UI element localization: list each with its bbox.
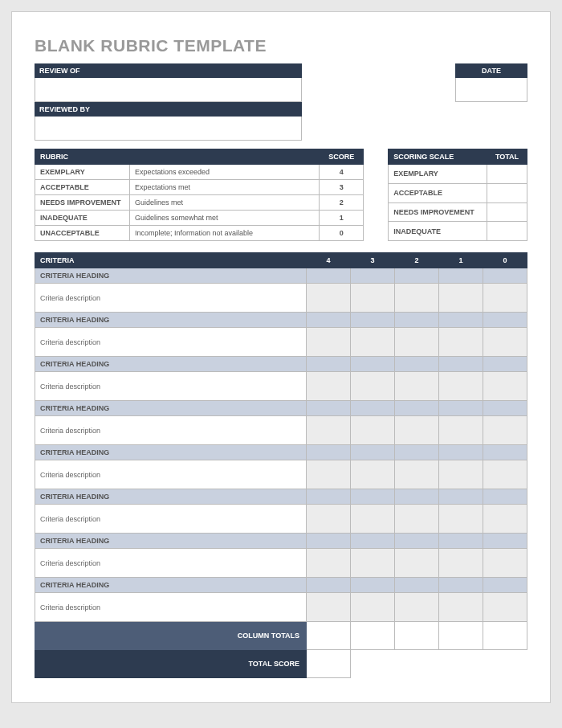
- criteria-score-cell[interactable]: [395, 372, 439, 401]
- criteria-score-cell[interactable]: [439, 328, 483, 357]
- criteria-score-cell[interactable]: [307, 416, 351, 445]
- criteria-heading-cell: [307, 401, 351, 416]
- rubric-desc: Expectations met: [130, 180, 320, 195]
- criteria-desc[interactable]: Criteria description: [35, 372, 307, 401]
- criteria-heading-cell: [395, 357, 439, 372]
- column-total-cell[interactable]: [439, 622, 483, 650]
- page: BLANK RUBRIC TEMPLATE REVIEW OF REVIEWED…: [11, 11, 551, 703]
- criteria-score-cell[interactable]: [395, 593, 439, 622]
- table-row: NEEDS IMPROVEMENT: [389, 202, 527, 222]
- criteria-heading-cell: [395, 401, 439, 416]
- criteria-heading-cell: [307, 534, 351, 549]
- criteria-heading-row: CRITERIA HEADING: [35, 268, 527, 284]
- criteria-desc[interactable]: Criteria description: [35, 460, 307, 489]
- criteria-heading-row: CRITERIA HEADING: [35, 534, 527, 549]
- criteria-score-cell[interactable]: [351, 505, 395, 534]
- criteria-score-cell[interactable]: [439, 549, 483, 578]
- criteria-score-cell[interactable]: [351, 372, 395, 401]
- criteria-score-cell[interactable]: [395, 328, 439, 357]
- criteria-score-cell[interactable]: [395, 416, 439, 445]
- criteria-heading-cell: [351, 489, 395, 505]
- criteria-heading-row: CRITERIA HEADING: [35, 401, 527, 416]
- reviewed-by-input[interactable]: [35, 117, 302, 141]
- criteria-desc[interactable]: Criteria description: [35, 328, 307, 357]
- criteria-score-cell[interactable]: [483, 549, 527, 578]
- criteria-score-cell[interactable]: [483, 284, 527, 313]
- scoring-table: SCORING SCALE TOTAL EXEMPLARY ACCEPTABLE…: [388, 149, 527, 241]
- table-row: EXEMPLARY: [389, 165, 527, 184]
- criteria-score-cell[interactable]: [439, 593, 483, 622]
- criteria-heading-row: CRITERIA HEADING: [35, 313, 527, 328]
- scoring-label: INADEQUATE: [389, 222, 487, 241]
- scoring-label: NEEDS IMPROVEMENT: [389, 202, 487, 222]
- criteria-score-cell[interactable]: [483, 460, 527, 489]
- criteria-score-cell[interactable]: [395, 460, 439, 489]
- criteria-score-header: 1: [439, 253, 483, 268]
- review-of-input[interactable]: [35, 78, 302, 102]
- criteria-score-cell[interactable]: [439, 505, 483, 534]
- criteria-score-cell[interactable]: [307, 460, 351, 489]
- criteria-score-cell[interactable]: [395, 284, 439, 313]
- criteria-score-cell[interactable]: [351, 416, 395, 445]
- criteria-score-cell[interactable]: [483, 416, 527, 445]
- criteria-score-cell[interactable]: [351, 593, 395, 622]
- column-total-cell[interactable]: [483, 622, 527, 650]
- criteria-score-cell[interactable]: [307, 284, 351, 313]
- criteria-heading-cell: [307, 578, 351, 593]
- criteria-score-cell[interactable]: [307, 328, 351, 357]
- scoring-total-cell[interactable]: [487, 183, 527, 202]
- criteria-heading-cell: [439, 445, 483, 460]
- criteria-score-cell[interactable]: [483, 328, 527, 357]
- review-of-label: REVIEW OF: [35, 63, 302, 78]
- reviewed-by-label: REVIEWED BY: [35, 102, 302, 117]
- criteria-score-cell[interactable]: [439, 284, 483, 313]
- rubric-label: INADEQUATE: [35, 211, 130, 226]
- criteria-score-cell[interactable]: [351, 549, 395, 578]
- rubric-desc: Expectations exceeded: [130, 165, 320, 180]
- blank-cell: [395, 650, 439, 678]
- criteria-heading-cell: [483, 489, 527, 505]
- criteria-score-header: 3: [351, 253, 395, 268]
- criteria-desc[interactable]: Criteria description: [35, 284, 307, 313]
- criteria-score-cell[interactable]: [307, 549, 351, 578]
- total-score-row: TOTAL SCORE: [35, 650, 527, 678]
- scoring-total-cell[interactable]: [487, 222, 527, 241]
- criteria-score-cell[interactable]: [351, 460, 395, 489]
- rubric-table: RUBRIC SCORE EXEMPLARY Expectations exce…: [35, 149, 364, 241]
- column-total-cell[interactable]: [307, 622, 351, 650]
- criteria-desc-row: Criteria description: [35, 505, 527, 534]
- criteria-desc[interactable]: Criteria description: [35, 549, 307, 578]
- criteria-score-cell[interactable]: [483, 505, 527, 534]
- criteria-score-cell[interactable]: [351, 284, 395, 313]
- total-score-cell[interactable]: [307, 650, 351, 678]
- criteria-desc[interactable]: Criteria description: [35, 593, 307, 622]
- criteria-heading: CRITERIA HEADING: [35, 268, 307, 284]
- criteria-heading: CRITERIA HEADING: [35, 313, 307, 328]
- criteria-header: CRITERIA: [35, 253, 307, 268]
- blank-cell: [483, 650, 527, 678]
- criteria-heading-cell: [351, 313, 395, 328]
- criteria-score-cell[interactable]: [307, 505, 351, 534]
- column-total-cell[interactable]: [351, 622, 395, 650]
- criteria-score-cell[interactable]: [307, 372, 351, 401]
- criteria-score-cell[interactable]: [395, 505, 439, 534]
- criteria-score-cell[interactable]: [351, 328, 395, 357]
- criteria-score-cell[interactable]: [439, 416, 483, 445]
- criteria-heading-cell: [307, 313, 351, 328]
- criteria-score-cell[interactable]: [483, 593, 527, 622]
- date-input[interactable]: [455, 78, 527, 102]
- scoring-total-cell[interactable]: [487, 165, 527, 184]
- criteria-desc[interactable]: Criteria description: [35, 505, 307, 534]
- criteria-heading: CRITERIA HEADING: [35, 489, 307, 505]
- criteria-desc[interactable]: Criteria description: [35, 416, 307, 445]
- criteria-score-cell[interactable]: [439, 460, 483, 489]
- criteria-heading-cell: [483, 578, 527, 593]
- scoring-total-cell[interactable]: [487, 202, 527, 222]
- column-total-cell[interactable]: [395, 622, 439, 650]
- criteria-score-cell[interactable]: [395, 549, 439, 578]
- criteria-score-cell[interactable]: [483, 372, 527, 401]
- criteria-score-cell[interactable]: [439, 372, 483, 401]
- criteria-heading-cell: [439, 313, 483, 328]
- criteria-score-cell[interactable]: [307, 593, 351, 622]
- criteria-heading-cell: [351, 268, 395, 284]
